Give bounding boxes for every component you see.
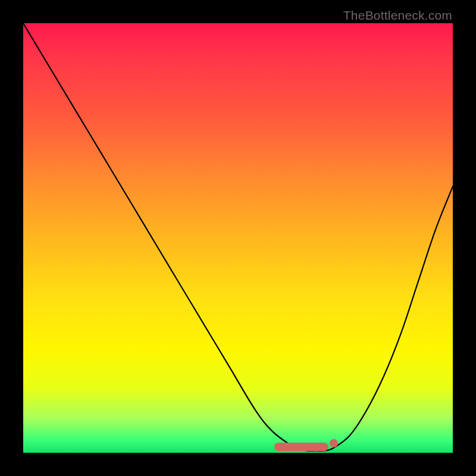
plot-area bbox=[23, 23, 453, 453]
bottleneck-curve bbox=[23, 23, 453, 453]
curve-path bbox=[23, 23, 453, 451]
optimal-point-dot bbox=[330, 439, 338, 447]
optimal-range-bar bbox=[274, 443, 328, 451]
chart-frame: TheBottleneck.com bbox=[0, 0, 476, 476]
watermark-text: TheBottleneck.com bbox=[343, 8, 452, 23]
